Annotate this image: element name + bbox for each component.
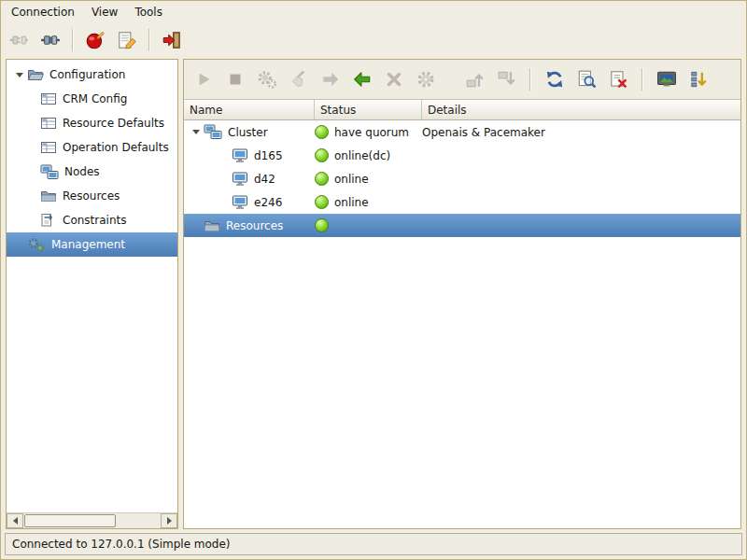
expander-icon[interactable] (189, 125, 204, 140)
status-text: online (334, 173, 369, 186)
cluster-computers-icon (204, 124, 222, 140)
sidebar-item-crm-config[interactable]: CRM Config (7, 87, 177, 111)
page-x-icon (608, 69, 628, 90)
navigation-tree: Configuration CRM Config Resource Defaul… (7, 60, 177, 512)
table-row-node-e246[interactable]: e246 online (184, 190, 740, 214)
node-up-icon (464, 69, 485, 90)
details-text: Openais & Pacemaker (422, 126, 545, 139)
sidebar-item-nodes[interactable]: Nodes (7, 160, 177, 184)
management-panel: Name Status Details Cluster have quorum (183, 59, 741, 529)
sidebar-item-resources[interactable]: Resources (7, 184, 177, 208)
refresh-button[interactable] (543, 67, 567, 91)
details-cell (422, 144, 740, 167)
delete-button[interactable] (382, 67, 406, 91)
table-row-node-d165[interactable]: d165 online(dc) (184, 144, 740, 167)
row-label: d42 (254, 173, 275, 186)
scrollbar-thumb[interactable] (24, 514, 116, 527)
name-cell: d165 (184, 144, 315, 167)
sidebar-item-label: Resources (63, 189, 120, 203)
table-row-node-d42[interactable]: d42 online (184, 167, 740, 190)
menu-view[interactable]: View (83, 2, 126, 22)
toolbar-separator (148, 29, 150, 51)
table-row-resources[interactable]: Resources (184, 214, 740, 237)
status-ok-icon (315, 195, 329, 209)
sidebar-item-management[interactable]: Management (7, 232, 177, 257)
gears-network-icon (27, 237, 46, 253)
expander-icon[interactable] (12, 67, 27, 82)
table-row-cluster[interactable]: Cluster have quorum Openais & Pacemaker (184, 120, 740, 144)
sidebar-item-configuration[interactable]: Configuration (7, 63, 177, 87)
connect-button[interactable] (36, 26, 64, 54)
column-header-details[interactable]: Details (422, 100, 740, 119)
login-button[interactable] (81, 26, 109, 54)
sidebar-item-resource-defaults[interactable]: Resource Defaults (7, 111, 177, 135)
status-cell: online(dc) (315, 144, 422, 167)
name-cell: Resources (184, 214, 315, 237)
disconnect-button[interactable] (5, 26, 33, 54)
exit-door-icon (162, 30, 182, 50)
cleanup-button[interactable] (287, 67, 311, 91)
screen-icon (656, 69, 677, 90)
demote-button[interactable] (494, 67, 518, 91)
manage-button[interactable] (255, 67, 279, 91)
table-header: Name Status Details (184, 100, 740, 120)
settings-grid-icon (40, 91, 57, 106)
main-toolbar (1, 23, 746, 57)
row-label: Resources (226, 219, 283, 232)
name-cell: Cluster (184, 120, 315, 144)
column-header-status[interactable]: Status (315, 100, 422, 119)
folder-open-icon (27, 67, 44, 82)
scroll-left-button[interactable] (7, 513, 23, 528)
sidebar-item-label: Configuration (49, 68, 125, 81)
sidebar-item-constraints[interactable]: Constraints (7, 208, 177, 232)
menu-tools[interactable]: Tools (126, 2, 171, 22)
status-cell: online (315, 190, 422, 214)
unmigrate-button[interactable] (350, 67, 374, 91)
gears-icon (257, 69, 277, 90)
toolbar-separator (641, 68, 643, 91)
monitor-button[interactable] (655, 67, 679, 91)
status-ok-icon (315, 148, 329, 162)
menu-connection[interactable]: Connection (3, 2, 83, 22)
settings-grid-icon (40, 140, 57, 155)
status-cell: online (315, 167, 422, 190)
app-window: Connection View Tools Configuration CRM … (0, 0, 747, 560)
status-bar: Connected to 127.0.0.1 (Simple mode) (5, 533, 742, 555)
computers-icon (40, 164, 59, 180)
exit-button[interactable] (158, 26, 186, 54)
sidebar-item-label: CRM Config (63, 92, 127, 105)
stop-icon (225, 69, 246, 90)
status-text: have quorum (334, 126, 409, 139)
migrate-button[interactable] (318, 67, 343, 91)
settings-grid-icon (40, 116, 57, 131)
status-ok-icon (315, 125, 329, 139)
sidebar-item-label: Nodes (64, 165, 100, 178)
arrow-left-icon (352, 69, 373, 90)
sidebar-item-operation-defaults[interactable]: Operation Defaults (7, 135, 177, 160)
promote-button[interactable] (462, 67, 486, 91)
status-text: online (334, 196, 369, 209)
sidebar-item-label: Management (51, 238, 125, 251)
constraint-arrow-icon (40, 213, 57, 228)
column-header-name[interactable]: Name (184, 100, 315, 119)
settings-button[interactable] (414, 67, 438, 91)
start-button[interactable] (191, 67, 216, 91)
edit-button[interactable] (113, 26, 141, 54)
toolbar-separator (529, 68, 531, 91)
transition-button[interactable] (606, 67, 630, 91)
scroll-right-button[interactable] (161, 513, 177, 528)
row-label: d165 (254, 149, 283, 162)
status-cell: have quorum (315, 120, 422, 144)
view-details-button[interactable] (574, 67, 599, 91)
sort-button[interactable] (686, 67, 711, 91)
broom-icon (289, 69, 309, 90)
details-cell (422, 214, 740, 237)
stop-button[interactable] (223, 67, 247, 91)
computer-icon (232, 148, 248, 163)
computer-icon (232, 195, 248, 210)
horizontal-scrollbar[interactable] (7, 512, 177, 528)
gear-icon (416, 69, 436, 90)
close-icon (384, 69, 404, 90)
scrollbar-track[interactable] (117, 513, 161, 528)
computer-icon (232, 172, 248, 187)
